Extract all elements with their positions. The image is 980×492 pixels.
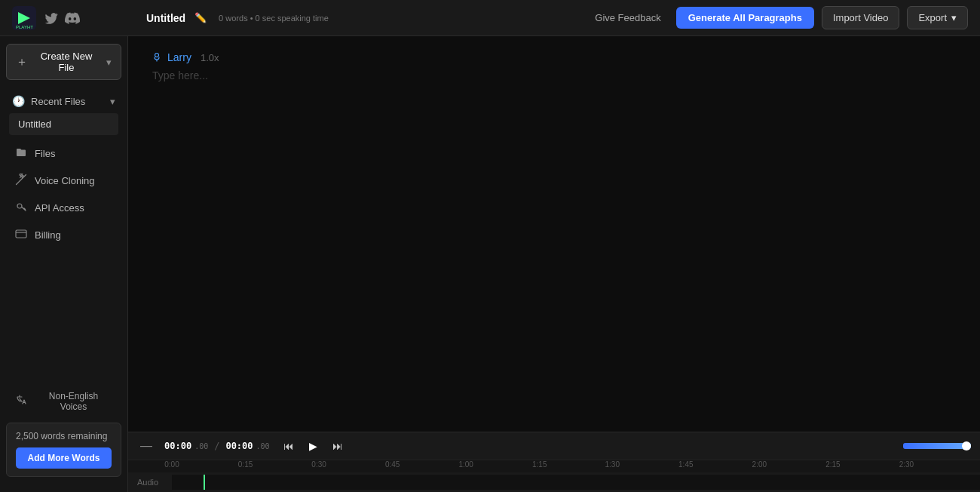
play-button[interactable]: ▶	[305, 437, 322, 455]
recent-files-label: Recent Files	[31, 96, 85, 107]
folder-icon	[15, 146, 27, 161]
ruler-mark-1: 0:15	[238, 460, 253, 469]
chevron-down-icon: ▾	[951, 12, 957, 23]
timeline-bar: — 00:00 .00 / 00:00 .00 ⏮ ▶ ⏭	[128, 432, 980, 492]
import-button[interactable]: Import Video	[822, 6, 899, 29]
feedback-button[interactable]: Give Feedback	[587, 8, 668, 28]
sidebar-item-api-access[interactable]: API Access	[3, 195, 124, 221]
create-label: Create New File	[32, 51, 100, 73]
generate-button[interactable]: Generate All Paragraphs	[676, 7, 814, 29]
skip-back-button[interactable]: ⏮	[279, 437, 299, 455]
sidebar: ＋ Create New File ▾ 🕐 Recent Files ▾ Unt…	[0, 36, 128, 492]
ruler-mark-7: 1:45	[678, 460, 693, 469]
voice-speed[interactable]: 1.0x	[201, 52, 219, 63]
topbar-right: Give Feedback Generate All Paragraphs Im…	[587, 6, 968, 29]
discord-icon[interactable]	[65, 11, 80, 26]
mic-icon	[151, 51, 163, 63]
topbar-center: Untitled ✏️ 0 words • 0 sec speaking tim…	[140, 11, 587, 25]
transport-buttons: ⏮ ▶ ⏭	[279, 437, 348, 455]
sidebar-item-files[interactable]: Files	[3, 140, 124, 167]
track-label: Audio	[128, 478, 172, 487]
ruler-marks-container: 0:00 0:15 0:30 0:45 1:00 1:15 1:30 1:45 …	[172, 460, 980, 472]
translate-icon	[15, 394, 29, 410]
api-access-label: API Access	[35, 202, 84, 214]
clock-icon: 🕐	[12, 95, 25, 107]
edit-title-button[interactable]: ✏️	[191, 11, 210, 25]
svg-rect-4	[16, 230, 26, 238]
key-icon	[15, 201, 27, 215]
non-english-label: Non-English Voices	[35, 391, 112, 412]
sidebar-top: ＋ Create New File ▾	[0, 44, 127, 88]
time-separator: /	[214, 441, 219, 451]
type-here-placeholder[interactable]: Type here...	[151, 69, 957, 81]
topbar: PLAYHT Untitled ✏️ 0 words • 0 sec speak…	[0, 0, 980, 36]
editor-content[interactable]: Larry 1.0x Type here...	[128, 36, 980, 432]
timeline-tracks: Audio	[128, 472, 980, 492]
total-time: 00:00	[225, 441, 253, 451]
ruler-mark-2: 0:30	[311, 460, 326, 469]
ruler-mark-0: 0:00	[164, 460, 179, 469]
voice-row: Larry 1.0x	[151, 51, 957, 63]
create-new-file-button[interactable]: ＋ Create New File ▾	[6, 44, 121, 80]
add-words-button[interactable]: Add More Words	[16, 447, 112, 469]
chevron-down-icon: ▾	[106, 57, 112, 68]
plus-icon: ＋	[16, 54, 28, 70]
chevron-down-icon: ▾	[110, 96, 115, 107]
ruler-mark-3: 0:45	[385, 460, 400, 469]
ruler-mark-9: 2:15	[825, 460, 840, 469]
billing-label: Billing	[35, 229, 61, 241]
ruler-mark-10: 2:30	[899, 460, 914, 469]
card-icon	[15, 228, 27, 242]
non-english-voices-button[interactable]: Non-English Voices	[6, 385, 121, 418]
timeline-ruler: 0:00 0:15 0:30 0:45 1:00 1:15 1:30 1:45 …	[128, 460, 980, 472]
timeline-controls: — 00:00 .00 / 00:00 .00 ⏮ ▶ ⏭	[128, 432, 980, 460]
track-area[interactable]	[172, 475, 980, 490]
playht-logo: PLAYHT	[12, 6, 36, 30]
playhead	[204, 475, 205, 490]
skip-forward-button[interactable]: ⏭	[328, 437, 348, 455]
sidebar-item-voice-cloning[interactable]: Voice Cloning	[3, 168, 124, 194]
voice-name[interactable]: Larry	[151, 51, 191, 63]
sidebar-item-billing[interactable]: Billing	[3, 222, 124, 248]
export-button[interactable]: Export ▾	[907, 6, 968, 29]
ruler-mark-5: 1:15	[532, 460, 547, 469]
wand-icon	[15, 174, 27, 188]
doc-meta: 0 words • 0 sec speaking time	[219, 14, 329, 23]
social-icons	[44, 11, 80, 26]
doc-title: Untitled	[146, 12, 185, 24]
total-time-ms: .00	[256, 442, 270, 450]
current-time: 00:00	[164, 441, 191, 451]
recent-files-section: 🕐 Recent Files ▾ Untitled	[0, 88, 127, 140]
words-remaining: 2,500 words remaining	[16, 431, 112, 441]
current-time-ms: .00	[194, 442, 208, 450]
logo-area: PLAYHT	[12, 6, 140, 30]
export-label: Export	[918, 12, 947, 23]
ruler-mark-4: 1:00	[458, 460, 473, 469]
svg-point-3	[17, 204, 22, 208]
recent-files-header[interactable]: 🕐 Recent Files ▾	[6, 91, 121, 112]
ruler-mark-8: 2:00	[752, 460, 767, 469]
mute-button[interactable]: —	[137, 438, 155, 454]
sidebar-nav: Files Voice Cloning API Access Billing	[0, 140, 127, 249]
twitter-icon[interactable]	[44, 11, 59, 26]
main-layout: ＋ Create New File ▾ 🕐 Recent Files ▾ Unt…	[0, 36, 980, 492]
time-display: 00:00 .00 / 00:00 .00	[164, 441, 270, 451]
editor-area: Larry 1.0x Type here... — 00:00 .00 / 00…	[128, 36, 980, 492]
svg-text:PLAYHT: PLAYHT	[16, 25, 33, 29]
voice-cloning-label: Voice Cloning	[35, 175, 95, 186]
svg-point-5	[155, 54, 159, 57]
recent-file-item[interactable]: Untitled	[9, 113, 118, 135]
ruler-mark-6: 1:30	[605, 460, 620, 469]
sidebar-bottom: Non-English Voices 2,500 words remaining…	[0, 377, 127, 484]
words-box: 2,500 words remaining Add More Words	[6, 423, 121, 477]
volume-bar[interactable]	[903, 443, 971, 449]
files-label: Files	[35, 148, 55, 159]
volume-handle[interactable]	[962, 441, 971, 450]
